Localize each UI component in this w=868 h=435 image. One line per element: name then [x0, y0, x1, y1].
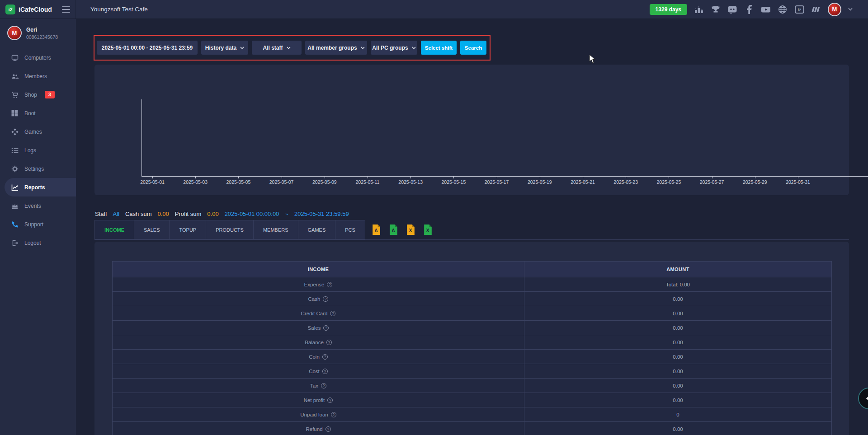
- date-range-input[interactable]: 2025-05-01 00:00 - 2025-05-31 23:59: [97, 41, 198, 55]
- help-icon[interactable]: ?: [326, 426, 331, 432]
- sidebar-item-label: Shop: [24, 92, 37, 98]
- column-header-amount: AMOUNT: [524, 262, 831, 277]
- user-name: Geri: [26, 27, 58, 33]
- chevron-down-icon[interactable]: [848, 8, 853, 11]
- topbar: i2 iCafeCloud Youngzsoft Test Cafe 1329 …: [0, 0, 868, 19]
- table-row-credit-card: Credit Card?0.00: [113, 306, 831, 320]
- export-excel-orange-icon[interactable]: X: [406, 224, 415, 235]
- globe-icon[interactable]: [778, 5, 788, 14]
- svg-text:A: A: [392, 228, 395, 233]
- tab-income[interactable]: INCOME: [94, 220, 134, 239]
- user-avatar[interactable]: M: [828, 3, 841, 16]
- svg-text:X: X: [409, 228, 412, 233]
- data-source-select[interactable]: History data: [201, 41, 248, 55]
- period-end: 2025-05-31 23:59:59: [294, 210, 349, 217]
- tab-pcs[interactable]: PCS: [335, 220, 365, 239]
- tab-products[interactable]: PRODUCTS: [206, 220, 254, 239]
- tab-sales[interactable]: SALES: [134, 220, 170, 239]
- sidebar-user: M Geri 008612345678: [0, 19, 76, 46]
- export-pdf-orange-icon[interactable]: A: [372, 224, 381, 235]
- sidebar-item-logs[interactable]: Logs: [0, 141, 76, 159]
- subscription-days-badge[interactable]: 1329 days: [650, 4, 687, 15]
- chevron-down-icon: [412, 47, 416, 49]
- youtube-icon[interactable]: [761, 5, 771, 14]
- sidebar-item-label: Boot: [24, 110, 36, 117]
- sidebar-item-boot[interactable]: Boot: [0, 104, 76, 122]
- help-icon[interactable]: ?: [331, 412, 336, 417]
- help-icon[interactable]: ?: [321, 383, 326, 388]
- sidebar-item-label: Computers: [24, 55, 51, 61]
- help-icon[interactable]: ?: [323, 325, 329, 331]
- tab-members[interactable]: MEMBERS: [254, 220, 298, 239]
- summary-row: Staff All Cash sum 0.00 Profit sum 0.00 …: [95, 210, 349, 217]
- sidebar-item-events[interactable]: Events: [0, 196, 76, 215]
- sidebar-item-logout[interactable]: Logout: [0, 234, 76, 252]
- sidebar-item-support[interactable]: Support: [0, 215, 76, 234]
- help-icon[interactable]: ?: [327, 282, 332, 287]
- sidebar-item-shop[interactable]: Shop3: [0, 85, 76, 104]
- pc-groups-select[interactable]: All PC groups: [371, 41, 417, 55]
- icafecloud-app: i2 iCafeCloud Youngzsoft Test Cafe 1329 …: [0, 0, 868, 435]
- table-row-unpaid-loan: Unpaid loan?0: [113, 407, 831, 421]
- chat-collapse-button[interactable]: [858, 388, 868, 409]
- help-icon[interactable]: ?: [327, 398, 333, 403]
- chart-x-tick-label: 2025-05-11: [356, 179, 380, 185]
- row-amount-cell: 0.00: [524, 422, 831, 435]
- export-excel-green-icon[interactable]: X: [423, 224, 433, 235]
- table-row-tax: Tax?0.00: [113, 378, 831, 393]
- chart-x-axis: [142, 176, 868, 177]
- row-label: Sales: [308, 325, 321, 331]
- staff-select[interactable]: All staff: [252, 41, 302, 55]
- table-row-balance: Balance?0.00: [113, 335, 831, 349]
- list-icon: [11, 147, 19, 154]
- chart-x-tick-label: 2025-05-25: [657, 179, 681, 185]
- income-table: INCOMEAMOUNTExpense?Total: 0.00Cash?0.00…: [112, 261, 832, 435]
- sidebar-item-computers[interactable]: Computers: [0, 48, 76, 67]
- row-label: Net profit: [304, 398, 325, 403]
- youngzsoft-icon[interactable]: [811, 5, 821, 14]
- row-label: Cost: [309, 369, 320, 374]
- chart-tick: [755, 177, 755, 178]
- row-label-cell: Unpaid loan?: [113, 407, 524, 421]
- crown-icon: [11, 203, 19, 209]
- chart-x-tick-label: 2025-05-03: [183, 179, 208, 185]
- sidebar-item-settings[interactable]: Settings: [0, 159, 76, 178]
- row-label: Expense: [304, 282, 325, 287]
- report-tabs: INCOMESALESTOPUPPRODUCTSMEMBERSGAMESPCS …: [94, 220, 849, 240]
- sidebar-item-games[interactable]: Games: [0, 122, 76, 141]
- staff-value: All staff: [263, 45, 283, 51]
- sidebar-item-label: Members: [24, 73, 47, 80]
- chart-tick: [798, 177, 798, 178]
- tab-games[interactable]: GAMES: [298, 220, 336, 239]
- help-icon[interactable]: ?: [322, 369, 328, 374]
- help-icon[interactable]: ?: [326, 340, 332, 345]
- member-groups-value: All member groups: [307, 45, 357, 51]
- help-icon[interactable]: ?: [323, 296, 328, 302]
- sidebar-item-label: Support: [24, 221, 43, 228]
- sidebar-item-members[interactable]: Members: [0, 67, 76, 85]
- chart-tick: [497, 177, 497, 178]
- staff-value[interactable]: All: [113, 210, 119, 217]
- row-label-cell: Refund?: [113, 422, 524, 435]
- icafecloud-icon[interactable]: i2: [794, 5, 804, 14]
- column-header-income: INCOME: [113, 262, 524, 277]
- gear-icon: [11, 165, 19, 173]
- tab-topup[interactable]: TOPUP: [170, 220, 206, 239]
- row-label-cell: Sales?: [113, 321, 524, 335]
- help-icon[interactable]: ?: [330, 311, 335, 316]
- hamburger-menu-icon[interactable]: [62, 6, 70, 13]
- chart-x-tick-label: 2025-05-17: [485, 179, 509, 185]
- sidebar-item-reports[interactable]: Reports: [5, 178, 76, 196]
- users-icon: [11, 73, 19, 80]
- windows-icon: [11, 110, 19, 117]
- facebook-icon[interactable]: [744, 5, 754, 14]
- select-shift-button[interactable]: Select shift: [421, 41, 457, 55]
- trophy-icon[interactable]: [711, 5, 721, 14]
- search-button[interactable]: Search: [460, 41, 486, 55]
- member-groups-select[interactable]: All member groups: [305, 41, 367, 55]
- discord-icon[interactable]: [727, 5, 737, 14]
- table-row-refund: Refund?0.00: [113, 421, 831, 435]
- help-icon[interactable]: ?: [322, 354, 328, 360]
- export-pdf-green-icon[interactable]: A: [389, 224, 398, 235]
- ranking-icon[interactable]: [694, 5, 704, 14]
